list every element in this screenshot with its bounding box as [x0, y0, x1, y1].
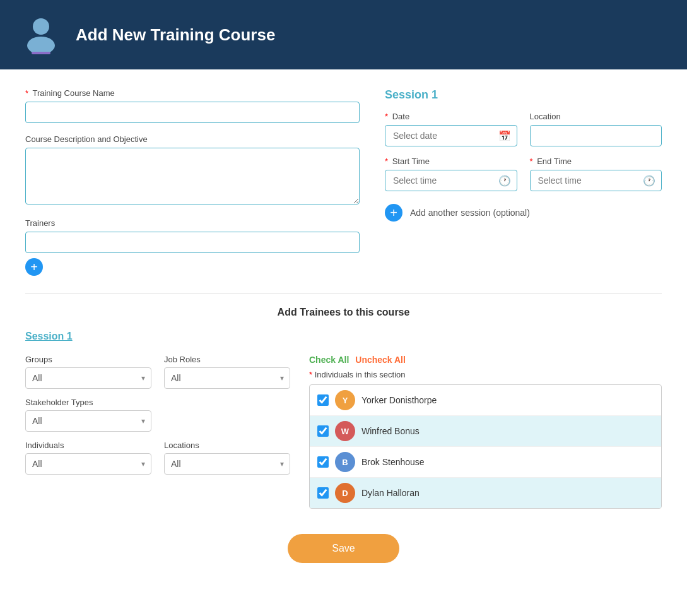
list-item: BBrok Stenhouse [310, 447, 661, 478]
training-course-name-input[interactable] [25, 102, 360, 123]
save-button[interactable]: Save [288, 534, 399, 563]
location-field: Location [530, 112, 662, 146]
page-title: Add New Training Course [76, 25, 275, 45]
individuals-list: YYorker DonisthorpeWWinfred BonusBBrok S… [309, 384, 662, 509]
form-layout: * Training Course Name Course Descriptio… [25, 88, 662, 276]
job-roles-label: Job Roles [164, 355, 290, 364]
left-panel: * Training Course Name Course Descriptio… [25, 88, 360, 276]
date-input-wrapper: 📅 [385, 125, 517, 146]
add-trainer-button[interactable]: + [25, 258, 43, 276]
locations-select[interactable]: All [164, 453, 290, 475]
session-title: Session 1 [385, 88, 662, 102]
list-item: WWinfred Bonus [310, 416, 661, 447]
course-description-input[interactable] [25, 148, 360, 204]
trainers-group: Trainers [25, 218, 360, 253]
trainers-input[interactable] [25, 232, 360, 253]
trainers-label: Trainers [25, 218, 360, 228]
avatar: W [335, 421, 355, 441]
start-time-input[interactable] [385, 170, 517, 191]
start-time-input-wrapper: 🕐 [385, 170, 517, 191]
location-input[interactable] [530, 125, 662, 146]
add-session-button[interactable]: + [385, 204, 402, 222]
groups-select[interactable]: All [25, 367, 151, 389]
individual-checkbox[interactable] [317, 487, 329, 499]
svg-rect-2 [32, 52, 50, 54]
individual-checkbox[interactable] [317, 394, 329, 406]
check-all-button[interactable]: Check All [309, 355, 349, 365]
start-time-field: * Start Time 🕐 [385, 157, 517, 191]
individual-name: Winfred Bonus [361, 426, 420, 436]
add-session-row: + Add another session (optional) [385, 204, 662, 222]
right-panel: Session 1 * Date 📅 Location [385, 88, 662, 276]
add-session-label: Add another session (optional) [410, 208, 530, 218]
locations-select-wrapper: All [164, 453, 290, 475]
stakeholder-types-select[interactable]: All [25, 410, 151, 432]
add-trainees-title: Add Trainees to this course [25, 307, 662, 318]
groups-select-wrapper: All [25, 367, 151, 389]
filters-layout: Groups All Job Roles All Stakeholder Typ… [25, 355, 662, 509]
stakeholder-types-select-wrapper: All [25, 410, 151, 432]
avatar: D [335, 483, 355, 503]
date-field: * Date 📅 [385, 112, 517, 146]
date-label: * Date [385, 112, 517, 121]
app-header: Add New Training Course [0, 0, 687, 69]
date-input[interactable] [385, 125, 517, 146]
uncheck-all-button[interactable]: Uncheck All [355, 355, 406, 365]
individuals-section-label: * Individuals in this section [309, 370, 662, 379]
individuals-filter-label: Individuals [25, 441, 151, 450]
end-time-input-wrapper: 🕐 [530, 170, 662, 191]
main-content: * Training Course Name Course Descriptio… [0, 69, 687, 616]
list-item: YYorker Donisthorpe [310, 385, 661, 416]
training-course-name-label: * Training Course Name [25, 88, 360, 98]
individuals-filter-group: Individuals All [25, 441, 151, 475]
individual-checkbox[interactable] [317, 425, 329, 437]
avatar: Y [335, 390, 355, 410]
job-roles-filter-group: Job Roles All [164, 355, 290, 389]
time-row: * Start Time 🕐 * End Time 🕐 [385, 157, 662, 191]
section-divider [25, 293, 662, 294]
session1-link[interactable]: Session 1 [25, 331, 73, 342]
course-description-group: Course Description and Objective [25, 134, 360, 207]
stakeholder-types-filter-group: Stakeholder Types All [25, 398, 151, 432]
locations-filter-group: Locations All [164, 441, 290, 475]
training-course-name-group: * Training Course Name [25, 88, 360, 123]
end-time-field: * End Time 🕐 [530, 157, 662, 191]
filters-grid: Groups All Job Roles All Stakeholder Typ… [25, 355, 290, 509]
individuals-panel: Check All Uncheck All * Individuals in t… [309, 355, 662, 509]
header-icon [19, 13, 63, 57]
individuals-select[interactable]: All [25, 453, 151, 475]
svg-point-0 [33, 18, 49, 35]
start-time-label: * Start Time [385, 157, 517, 166]
end-time-label: * End Time [530, 157, 662, 166]
individual-checkbox[interactable] [317, 456, 329, 468]
individual-name: Yorker Donisthorpe [361, 395, 437, 405]
date-location-row: * Date 📅 Location [385, 112, 662, 146]
job-roles-select[interactable]: All [164, 367, 290, 389]
avatar: B [335, 452, 355, 472]
individuals-select-wrapper: All [25, 453, 151, 475]
groups-label: Groups [25, 355, 151, 364]
individual-name: Dylan Halloran [361, 488, 420, 498]
location-label: Location [530, 112, 662, 121]
check-all-row: Check All Uncheck All [309, 355, 662, 365]
groups-filter-group: Groups All [25, 355, 151, 389]
end-time-input[interactable] [530, 170, 662, 191]
course-description-label: Course Description and Objective [25, 134, 360, 144]
locations-label: Locations [164, 441, 290, 450]
svg-point-1 [27, 37, 55, 54]
list-item: DDylan Halloran [310, 478, 661, 508]
stakeholder-types-label: Stakeholder Types [25, 398, 151, 407]
job-roles-select-wrapper: All [164, 367, 290, 389]
individual-name: Brok Stenhouse [361, 457, 425, 467]
save-row: Save [25, 534, 662, 576]
